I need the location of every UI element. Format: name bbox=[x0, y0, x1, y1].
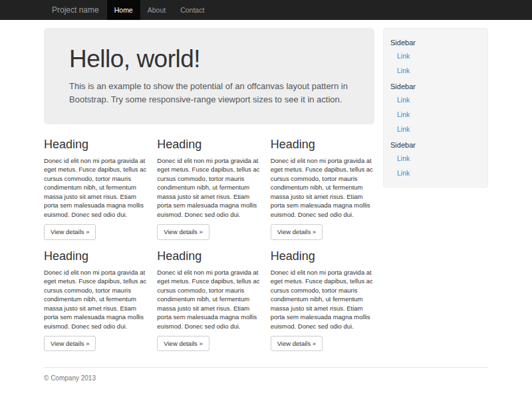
brand-link[interactable]: Project name bbox=[44, 0, 107, 20]
nav-item-contact[interactable]: Contact bbox=[173, 0, 211, 20]
sidebar: Sidebar Link Link Sidebar Link Link Link… bbox=[383, 28, 488, 188]
footer-divider bbox=[44, 367, 488, 368]
feature-card: Heading Donec id elit non mi porta gravi… bbox=[44, 134, 148, 240]
feature-card: Heading Donec id elit non mi porta gravi… bbox=[157, 245, 261, 352]
navbar: Project name Home About Contact bbox=[0, 0, 532, 20]
sidebar-link[interactable]: Link bbox=[384, 166, 487, 180]
card-heading: Heading bbox=[44, 138, 148, 152]
sidebar-link[interactable]: Link bbox=[384, 151, 487, 166]
feature-card: Heading Donec id elit non mi porta gravi… bbox=[44, 245, 148, 352]
feature-card: Heading Donec id elit non mi porta gravi… bbox=[271, 134, 374, 240]
view-details-button[interactable]: View details » bbox=[271, 224, 323, 239]
card-text: Donec id elit non mi porta gravida at eg… bbox=[44, 268, 148, 331]
card-heading: Heading bbox=[271, 138, 374, 152]
card-text: Donec id elit non mi porta gravida at eg… bbox=[271, 268, 374, 331]
cards-row-1: Heading Donec id elit non mi porta gravi… bbox=[44, 134, 374, 240]
content-column: Hello, world! This is an example to show… bbox=[44, 28, 374, 356]
nav-item-home[interactable]: Home bbox=[107, 0, 140, 20]
sidebar-heading: Sidebar bbox=[384, 136, 487, 151]
card-text: Donec id elit non mi porta gravida at eg… bbox=[157, 268, 261, 331]
card-heading: Heading bbox=[157, 249, 261, 263]
view-details-button[interactable]: View details » bbox=[44, 336, 96, 351]
sidebar-group: Sidebar Link Link bbox=[384, 136, 487, 180]
card-heading: Heading bbox=[157, 138, 261, 152]
sidebar-group: Sidebar Link Link bbox=[384, 34, 487, 78]
jumbotron-text: This is an example to show the potential… bbox=[69, 80, 349, 106]
view-details-button[interactable]: View details » bbox=[157, 336, 209, 351]
card-text: Donec id elit non mi porta gravida at eg… bbox=[157, 156, 261, 219]
card-heading: Heading bbox=[271, 249, 374, 263]
view-details-button[interactable]: View details » bbox=[271, 336, 323, 351]
card-text: Donec id elit non mi porta gravida at eg… bbox=[271, 156, 374, 219]
sidebar-heading: Sidebar bbox=[384, 78, 487, 92]
card-heading: Heading bbox=[44, 249, 148, 263]
jumbotron: Hello, world! This is an example to show… bbox=[44, 28, 374, 124]
sidebar-link[interactable]: Link bbox=[384, 92, 487, 107]
sidebar-link[interactable]: Link bbox=[384, 49, 487, 63]
main-nav: Home About Contact bbox=[107, 0, 212, 20]
sidebar-link[interactable]: Link bbox=[384, 107, 487, 122]
sidebar-link[interactable]: Link bbox=[384, 122, 487, 136]
main-row: Hello, world! This is an example to show… bbox=[44, 28, 488, 356]
feature-card: Heading Donec id elit non mi porta gravi… bbox=[157, 134, 261, 240]
footer: © Company 2013 bbox=[44, 367, 488, 399]
sidebar-heading: Sidebar bbox=[384, 34, 487, 49]
card-text: Donec id elit non mi porta gravida at eg… bbox=[44, 156, 148, 219]
feature-card: Heading Donec id elit non mi porta gravi… bbox=[271, 245, 374, 352]
page-container: Hello, world! This is an example to show… bbox=[44, 28, 488, 399]
view-details-button[interactable]: View details » bbox=[157, 224, 209, 239]
copyright-text: © Company 2013 bbox=[44, 374, 488, 382]
nav-item-about[interactable]: About bbox=[140, 0, 173, 20]
view-details-button[interactable]: View details » bbox=[44, 224, 96, 239]
navbar-container: Project name Home About Contact bbox=[44, 0, 488, 20]
page-title: Hello, world! bbox=[69, 45, 349, 73]
sidebar-group: Sidebar Link Link Link bbox=[384, 78, 487, 136]
cards-row-2: Heading Donec id elit non mi porta gravi… bbox=[44, 245, 374, 352]
sidebar-link[interactable]: Link bbox=[384, 63, 487, 78]
